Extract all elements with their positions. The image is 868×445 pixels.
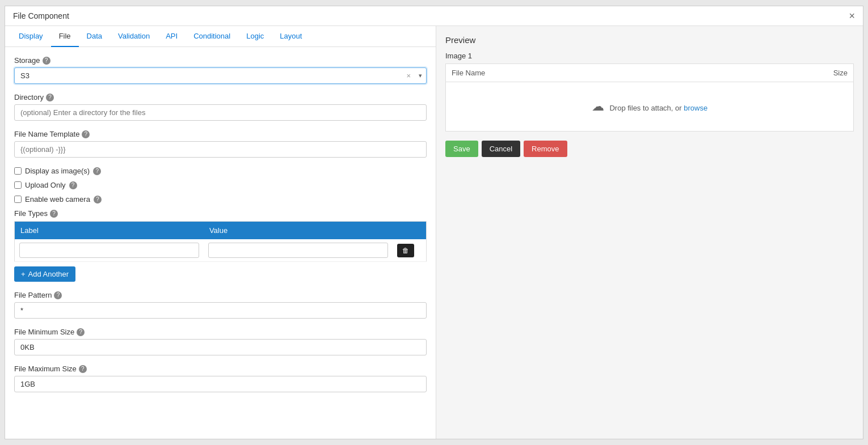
display-as-images-help-icon: ? <box>93 167 101 175</box>
upload-only-group: Upload Only ? <box>14 181 427 189</box>
file-type-label-input[interactable] <box>19 243 199 258</box>
file-pattern-label: File Pattern ? <box>14 291 427 299</box>
file-min-size-group: File Minimum Size ? <box>14 328 427 355</box>
preview-file-box: File Name Size ☁ Drop files to attach, o… <box>445 63 854 132</box>
file-types-help-icon: ? <box>50 210 58 218</box>
file-types-table: Label Value <box>14 221 427 262</box>
file-max-size-help-icon: ? <box>79 365 87 373</box>
storage-group: Storage ? × ▾ <box>14 56 427 84</box>
file-types-table-header: Label Value <box>15 222 427 240</box>
display-as-images-checkbox[interactable] <box>14 167 22 175</box>
storage-label: Storage ? <box>14 56 427 65</box>
preview-image-label: Image 1 <box>445 52 854 60</box>
tab-bar: Display File Data Validation API Conditi… <box>5 26 436 47</box>
upload-cloud-icon: ☁ <box>592 99 604 113</box>
file-max-size-label: File Maximum Size ? <box>14 365 427 373</box>
tab-layout[interactable]: Layout <box>272 26 310 47</box>
tab-display[interactable]: Display <box>11 26 51 47</box>
file-type-action-cell: 🗑 <box>393 239 427 262</box>
file-name-template-input[interactable] <box>14 141 427 158</box>
tab-data[interactable]: Data <box>79 26 110 47</box>
file-types-col-value: Value <box>204 222 393 240</box>
storage-input[interactable] <box>14 67 427 84</box>
tab-logic[interactable]: Logic <box>238 26 272 47</box>
storage-clear-button[interactable]: × <box>406 71 411 80</box>
form-content: Storage ? × ▾ Directory ? <box>5 47 436 439</box>
upload-only-help-icon: ? <box>69 181 77 189</box>
enable-web-camera-help-icon: ? <box>94 196 102 204</box>
close-button[interactable]: × <box>849 11 855 21</box>
file-type-label-cell <box>15 239 204 262</box>
preview-title: Preview <box>445 35 854 45</box>
upload-only-label: Upload Only <box>25 181 66 189</box>
storage-help-icon: ? <box>43 57 50 65</box>
file-max-size-group: File Maximum Size ? <box>14 365 427 392</box>
plus-icon: + <box>21 270 26 278</box>
display-as-images-label: Display as image(s) <box>25 167 90 175</box>
file-types-col-label: Label <box>15 222 204 240</box>
file-min-size-input[interactable] <box>14 339 427 355</box>
file-types-label: File Types ? <box>14 209 427 218</box>
tab-validation[interactable]: Validation <box>110 26 158 47</box>
preview-file-size-header: Size <box>833 69 848 77</box>
file-name-template-group: File Name Template ? <box>14 130 427 158</box>
add-another-button[interactable]: + Add Another <box>14 266 75 282</box>
preview-file-name-header: File Name <box>452 69 833 77</box>
upload-only-checkbox[interactable] <box>14 181 22 189</box>
file-pattern-group: File Pattern ? <box>14 291 427 319</box>
enable-web-camera-checkbox[interactable] <box>14 196 22 203</box>
enable-web-camera-label: Enable web camera <box>25 195 90 204</box>
remove-button[interactable]: Remove <box>524 141 567 157</box>
modal-body: Display File Data Validation API Conditi… <box>5 26 863 439</box>
directory-input[interactable] <box>14 104 427 121</box>
table-row: 🗑 <box>15 239 427 262</box>
modal-title: File Component <box>13 11 69 20</box>
file-min-size-help-icon: ? <box>77 328 85 336</box>
file-pattern-input[interactable] <box>14 302 427 319</box>
preview-drop-zone[interactable]: ☁ Drop files to attach, or browse <box>446 82 853 131</box>
file-type-value-cell <box>204 239 393 262</box>
save-button[interactable]: Save <box>445 141 478 157</box>
file-component-modal: File Component × Display File Data Valid… <box>5 6 863 439</box>
storage-select-wrapper: × ▾ <box>14 67 427 84</box>
file-name-template-label: File Name Template ? <box>14 130 427 138</box>
modal-header: File Component × <box>5 6 863 26</box>
right-panel: Preview Image 1 File Name Size ☁ Drop fi… <box>436 26 863 439</box>
directory-group: Directory ? <box>14 93 427 121</box>
file-min-size-label: File Minimum Size ? <box>14 328 427 336</box>
file-name-template-help-icon: ? <box>82 130 90 138</box>
preview-file-header: File Name Size <box>446 64 853 82</box>
file-max-size-input[interactable] <box>14 376 427 392</box>
file-types-section: File Types ? Label Value <box>14 209 427 282</box>
directory-help-icon: ? <box>46 94 54 101</box>
tab-conditional[interactable]: Conditional <box>186 26 238 47</box>
directory-label: Directory ? <box>14 93 427 101</box>
enable-web-camera-group: Enable web camera ? <box>14 195 427 204</box>
drop-zone-text: Drop files to attach, or browse <box>609 104 707 112</box>
trash-icon: 🗑 <box>402 247 409 255</box>
tab-file[interactable]: File <box>51 26 79 47</box>
file-pattern-help-icon: ? <box>54 291 62 299</box>
cancel-button[interactable]: Cancel <box>482 141 520 157</box>
display-as-images-group: Display as image(s) ? <box>14 167 427 175</box>
delete-row-button[interactable]: 🗑 <box>397 244 414 257</box>
left-panel: Display File Data Validation API Conditi… <box>5 26 436 439</box>
tab-api[interactable]: API <box>158 26 186 47</box>
file-types-col-action <box>393 222 427 240</box>
file-type-value-input[interactable] <box>208 243 388 258</box>
action-buttons: Save Cancel Remove <box>445 141 854 157</box>
browse-link[interactable]: browse <box>684 104 707 112</box>
